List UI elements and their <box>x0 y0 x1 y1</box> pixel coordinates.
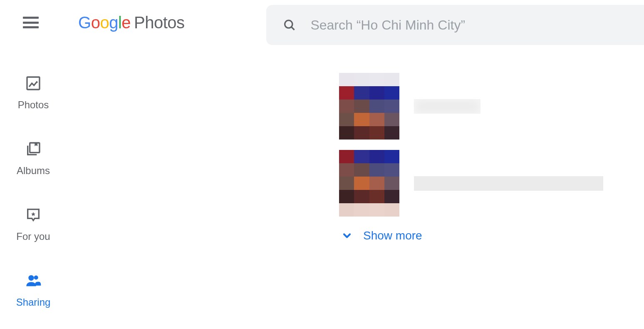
svg-point-4 <box>28 275 34 281</box>
albums-icon <box>25 141 42 157</box>
sharing-icon <box>25 272 42 289</box>
app-header: Google Photos <box>0 0 644 45</box>
result-item[interactable] <box>339 150 603 217</box>
svg-line-1 <box>292 27 295 30</box>
svg-rect-2 <box>27 77 40 90</box>
sidebar-item-label: Albums <box>17 165 50 177</box>
result-title-redacted <box>414 176 603 191</box>
sidebar-item-label: Photos <box>18 99 49 111</box>
show-more-label: Show more <box>363 229 422 242</box>
sidebar-item-label: Sharing <box>16 297 51 308</box>
result-thumbnail <box>339 150 399 217</box>
sidebar-item-photos[interactable]: Photos <box>0 75 67 111</box>
svg-point-0 <box>285 20 292 28</box>
result-title-redacted <box>414 99 481 114</box>
google-logo-text: Google <box>78 13 131 32</box>
search-results: Show more <box>339 73 603 242</box>
sidebar-item-for-you[interactable]: For you <box>0 207 67 242</box>
svg-point-5 <box>34 276 38 280</box>
search-icon <box>283 18 296 32</box>
result-item[interactable] <box>339 73 603 140</box>
result-thumbnail <box>339 73 399 140</box>
sidebar-item-sharing[interactable]: Sharing <box>0 272 67 308</box>
sidebar-item-albums[interactable]: Albums <box>0 141 67 177</box>
main-menu-button[interactable] <box>23 15 39 30</box>
sidebar-nav: Photos Albums For you Sharing <box>0 75 67 308</box>
search-input[interactable] <box>310 17 644 33</box>
product-name: Photos <box>134 13 185 32</box>
chevron-down-icon <box>341 230 353 242</box>
app-logo[interactable]: Google Photos <box>78 13 185 32</box>
search-bar[interactable] <box>266 5 644 45</box>
show-more-button[interactable]: Show more <box>341 229 603 242</box>
svg-rect-3 <box>30 143 40 152</box>
for-you-icon <box>25 207 42 223</box>
sidebar-item-label: For you <box>16 231 50 242</box>
photos-icon <box>25 75 42 92</box>
